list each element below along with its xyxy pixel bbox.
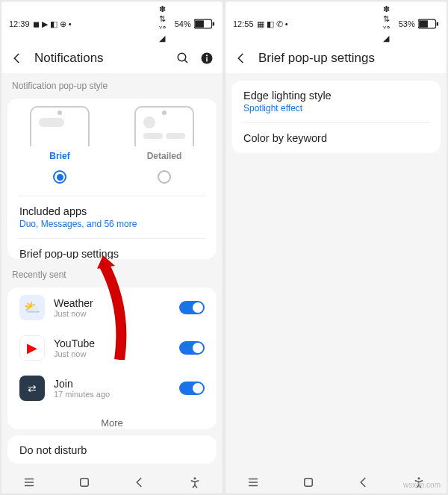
youtube-app-icon: ▶ (19, 335, 45, 361)
svg-rect-12 (305, 479, 313, 487)
dnd-title: Do not disturb (19, 444, 205, 456)
radio-brief[interactable] (53, 170, 66, 184)
settings-card: Edge lighting style Spotlight effect Col… (231, 81, 441, 153)
weather-app-icon: ⛅ (19, 295, 45, 320)
item-title: Edge lighting style (243, 90, 429, 102)
color-by-keyword-item[interactable]: Color by keyword (231, 123, 441, 153)
app-name: Join (54, 378, 170, 390)
status-time: 12:55 (233, 19, 254, 28)
svg-rect-5 (206, 57, 208, 62)
nav-recents-icon[interactable] (22, 476, 36, 489)
svg-rect-2 (212, 22, 214, 26)
svg-rect-11 (436, 22, 438, 26)
included-apps-sub: Duo, Messages, and 56 more (19, 219, 205, 229)
included-apps-title: Included apps (19, 205, 205, 217)
status-bar: 12:39 ◼ ▶ ◧ ⊕ • ✽ ⇅ ᵛᵒ ◢ 54% (1, 1, 223, 45)
toggle-join[interactable] (179, 382, 205, 395)
brief-popup-settings-item[interactable]: Brief pop-up settings (7, 239, 217, 259)
battery-icon (194, 19, 215, 29)
popup-style-card: Brief Detailed Included apps Duo, Messag… (7, 99, 217, 259)
detailed-preview-icon (134, 106, 194, 146)
status-icons-right: ✽ ⇅ ᵛᵒ ◢ (383, 4, 396, 43)
app-time: 17 minutes ago (54, 390, 170, 399)
back-icon[interactable] (10, 52, 24, 65)
watermark: wsxdn.com (403, 481, 441, 489)
dnd-card[interactable]: Do not disturb (7, 435, 217, 464)
nav-home-icon[interactable] (78, 476, 91, 489)
battery-icon (418, 19, 439, 29)
phone-left: 12:39 ◼ ▶ ◧ ⊕ • ✽ ⇅ ᵛᵒ ◢ 54% Notificatio… (1, 1, 223, 494)
popup-option-brief[interactable]: Brief (7, 106, 112, 191)
nav-accessibility-icon[interactable] (188, 476, 202, 489)
recent-app-join[interactable]: ⇄ Join 17 minutes ago (7, 368, 217, 408)
svg-point-13 (418, 477, 420, 479)
toggle-weather[interactable] (179, 301, 205, 314)
status-bar: 12:55 ▦ ◧ ✆ • ✽ ⇅ ᵛᵒ ◢ 53% (225, 1, 447, 45)
status-icons-left: ▦ ◧ ✆ • (257, 19, 288, 29)
header: Brief pop-up settings (225, 45, 447, 73)
popup-label-brief: Brief (49, 151, 69, 161)
recent-app-weather[interactable]: ⛅ Weather Just now (7, 287, 217, 328)
app-name: YouTube (54, 337, 170, 349)
recent-apps-card: ⛅ Weather Just now ▶ YouTube Just now ⇄ … (7, 287, 217, 429)
status-icons-right: ✽ ⇅ ᵛᵒ ◢ (159, 4, 172, 43)
status-battery: 53% (399, 19, 415, 28)
svg-rect-7 (81, 479, 89, 487)
more-button[interactable]: More (7, 408, 217, 429)
popup-option-detailed[interactable]: Detailed (112, 106, 217, 191)
app-name: Weather (54, 297, 170, 309)
status-icons-left: ◼ ▶ ◧ ⊕ • (33, 19, 72, 29)
app-time: Just now (54, 349, 170, 358)
join-app-icon: ⇄ (19, 376, 45, 401)
nav-bar (1, 468, 223, 494)
back-icon[interactable] (234, 52, 248, 65)
brief-preview-icon (30, 106, 90, 146)
nav-back-icon[interactable] (133, 476, 146, 489)
edge-lighting-item[interactable]: Edge lighting style Spotlight effect (231, 81, 441, 122)
svg-point-6 (206, 55, 208, 56)
recent-app-youtube[interactable]: ▶ YouTube Just now (7, 328, 217, 368)
search-icon[interactable] (176, 52, 190, 65)
app-time: Just now (54, 309, 170, 318)
header: Notifications (1, 45, 223, 73)
svg-rect-1 (195, 20, 204, 27)
radio-detailed[interactable] (158, 170, 171, 184)
nav-home-icon[interactable] (302, 476, 315, 489)
status-time: 12:39 (9, 19, 30, 28)
included-apps-item[interactable]: Included apps Duo, Messages, and 56 more (7, 196, 217, 238)
nav-recents-icon[interactable] (246, 476, 260, 489)
status-battery: 54% (175, 19, 191, 28)
brief-popup-title: Brief pop-up settings (19, 248, 205, 259)
svg-point-3 (178, 53, 186, 61)
page-title: Brief pop-up settings (258, 51, 438, 66)
popup-label-detailed: Detailed (147, 151, 182, 161)
svg-rect-10 (419, 20, 428, 27)
svg-point-8 (194, 477, 196, 479)
section-label: Notification pop-up style (1, 73, 223, 96)
page-title: Notifications (34, 51, 166, 66)
info-icon[interactable] (200, 52, 214, 65)
item-sub: Spotlight effect (243, 103, 429, 113)
phone-right: 12:55 ▦ ◧ ✆ • ✽ ⇅ ᵛᵒ ◢ 53% Brief pop-up … (225, 1, 447, 494)
recently-sent-label: Recently sent (1, 262, 223, 284)
item-title: Color by keyword (243, 132, 429, 144)
nav-back-icon[interactable] (357, 476, 370, 489)
toggle-youtube[interactable] (179, 341, 205, 355)
